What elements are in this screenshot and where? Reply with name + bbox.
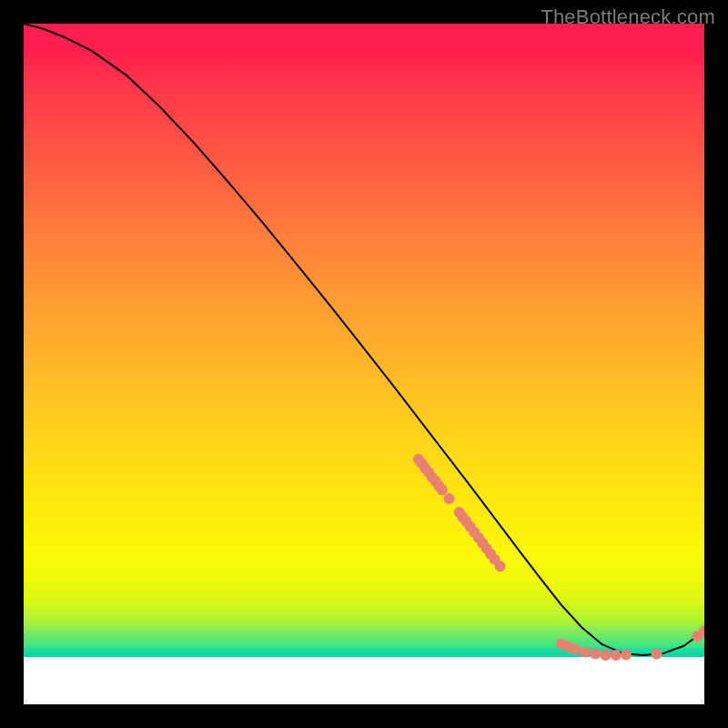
chart-frame: TheBottleneck.com bbox=[0, 0, 728, 728]
data-point bbox=[437, 484, 448, 495]
data-point bbox=[611, 650, 622, 661]
data-point bbox=[590, 649, 601, 660]
data-point bbox=[444, 493, 455, 504]
data-point bbox=[580, 646, 591, 657]
data-point bbox=[570, 643, 581, 654]
data-point bbox=[495, 561, 506, 571]
watermark-text: TheBottleneck.com bbox=[541, 5, 715, 29]
data-point bbox=[652, 649, 662, 660]
data-point bbox=[601, 650, 612, 661]
data-point bbox=[621, 649, 632, 660]
bottleneck-curve bbox=[24, 24, 704, 655]
chart-svg bbox=[24, 24, 704, 704]
data-points bbox=[413, 454, 704, 661]
